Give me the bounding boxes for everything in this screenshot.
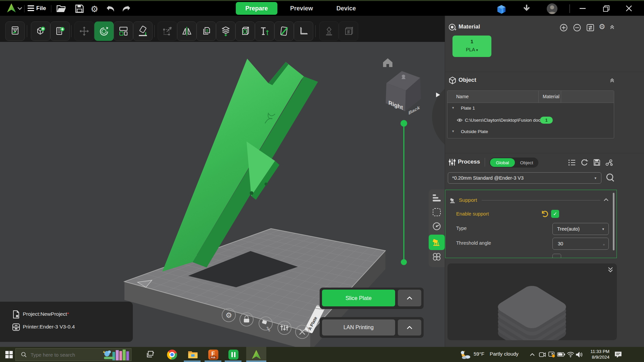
expand-caret-icon[interactable]: ▾ [452,129,454,133]
preset-search-button[interactable] [605,173,615,183]
tool-cut-button[interactable] [235,21,255,41]
sync-material-button[interactable] [586,24,594,32]
visibility-eye-icon[interactable] [457,118,463,122]
restore-button[interactable] [603,5,609,12]
print-options-button[interactable] [398,319,421,336]
support-collapse-chevron-icon[interactable] [604,198,608,201]
windows-taskbar: F FUS 59°F Partly cloudy [0,347,644,362]
fusion360-icon[interactable]: F FUS [207,348,219,361]
volume-icon[interactable] [573,348,585,361]
table-row-plate[interactable]: ▾ Plate 1 [447,103,614,115]
category-others-tab[interactable] [432,252,441,261]
action-center-icon[interactable] [612,348,624,361]
user-avatar[interactable] [547,3,557,14]
material-collapse-chevron-icon[interactable] [609,24,615,30]
threshold-angle-input[interactable] [557,241,595,247]
category-support-tab-selected[interactable] [429,235,445,250]
save-button[interactable] [75,4,84,13]
material-assignment-badge[interactable]: 1 [540,117,553,124]
tool-clone-button[interactable] [197,21,216,41]
tab-preview[interactable]: Preview [287,2,316,15]
object-collapse-chevron-icon[interactable] [609,78,615,83]
tool-add-plate-button[interactable] [50,21,70,41]
tool-rotate-button[interactable] [94,21,114,41]
taskbar-search[interactable] [15,348,131,361]
material-slot-card[interactable]: 1 PLA ▾ [452,36,491,57]
enable-support-checkbox[interactable]: ✓ [551,210,559,218]
logo-dropdown-chevron-icon[interactable] [17,7,22,10]
settings-scrollbar[interactable] [613,193,614,250]
weather-icon[interactable] [459,348,471,361]
support-type-dropdown[interactable]: Tree(auto) ▾ [552,223,609,235]
material-slot-type[interactable]: PLA ▾ [452,47,491,52]
tool-adaptive-button[interactable] [339,21,358,41]
close-button[interactable] [626,5,632,11]
add-material-button[interactable] [560,24,568,32]
slicer-app-icon[interactable] [250,348,262,361]
lan-printing-button[interactable]: LAN Printing [322,319,395,336]
home-view-button[interactable] [383,58,392,67]
slider-handle-top[interactable] [400,120,407,127]
main-menu-button[interactable] [28,5,34,11]
green-h-app-icon[interactable] [227,348,239,361]
open-file-button[interactable] [56,4,66,13]
process-save-icon[interactable] [593,159,600,166]
tool-add-text-button[interactable] [255,21,274,41]
category-quality-tab[interactable] [433,194,441,202]
file-menu-label[interactable]: File [36,5,46,12]
process-list-icon[interactable] [568,159,576,166]
slice-options-button[interactable] [398,290,421,306]
model-library-icon[interactable] [495,4,507,14]
undo-button[interactable] [106,5,115,12]
chrome-icon[interactable] [166,348,178,361]
rotate-ring[interactable] [432,80,445,154]
start-button[interactable] [3,348,15,361]
search-input[interactable] [30,352,95,358]
table-row-outside-plate[interactable]: ▾ Outside Plate [447,126,614,138]
process-reset-icon[interactable] [581,159,588,166]
tab-prepare[interactable]: Prepare [236,2,277,15]
minimize-button[interactable] [580,8,586,9]
process-share-icon[interactable] [605,159,613,166]
taskbar-clock[interactable]: 11:33 PM 8/9/2024 [585,349,609,360]
tool-layer-height-button[interactable] [216,21,235,41]
layer-slider[interactable] [400,120,407,265]
category-strength-tab[interactable] [433,208,441,216]
table-row-model[interactable]: C:\Users\Clayton\Desktop\Fusion doc 1 [447,115,614,126]
expand-caret-icon[interactable]: ▾ [452,106,454,110]
category-speed-tab[interactable] [433,222,441,230]
app-logo-icon[interactable] [6,3,17,13]
download-icon[interactable] [523,4,531,13]
weather-label[interactable]: Partly cloudy [490,351,519,357]
toggle-global[interactable]: Global [490,158,515,167]
remove-material-button[interactable] [573,24,581,32]
column-material[interactable]: Material [543,94,559,99]
support-section-label[interactable]: Support [459,197,477,203]
tool-seam-paint-button[interactable] [274,21,294,41]
task-view-button[interactable] [144,348,157,361]
redo-button[interactable] [121,5,131,12]
tool-measure-button[interactable] [294,21,313,41]
process-preset-dropdown[interactable]: *0.20mm Standard @Ender-3 V3 ▾ [448,172,601,184]
material-settings-gear-icon[interactable]: ⚙ [599,22,605,31]
column-name[interactable]: Name [456,94,469,99]
expand-double-chevron-icon[interactable] [608,267,613,273]
tool-move-button[interactable] [74,21,94,41]
reset-setting-icon[interactable] [541,210,549,218]
tool-support-paint-button[interactable] [319,21,339,41]
toggle-object[interactable]: Object [516,158,538,167]
slice-plate-button[interactable]: Slice Plate [322,290,395,306]
tool-add-model-button[interactable] [31,21,50,41]
temperature-label[interactable]: 59°F [474,351,484,357]
view-cube[interactable]: Right Back [386,71,421,116]
tool-printer-settings-button[interactable] [5,21,25,41]
clipped-next-checkbox[interactable] [552,254,561,258]
tab-device[interactable]: Device [333,2,360,15]
tool-scale-button[interactable] [158,21,177,41]
tool-arrange-button[interactable] [114,21,133,41]
settings-gear-icon[interactable]: ⚙ [91,4,98,14]
slider-handle-bottom[interactable] [401,259,407,265]
tool-lay-on-face-button[interactable] [133,21,153,41]
tool-mirror-button[interactable] [177,21,197,41]
file-explorer-icon[interactable] [186,348,199,361]
